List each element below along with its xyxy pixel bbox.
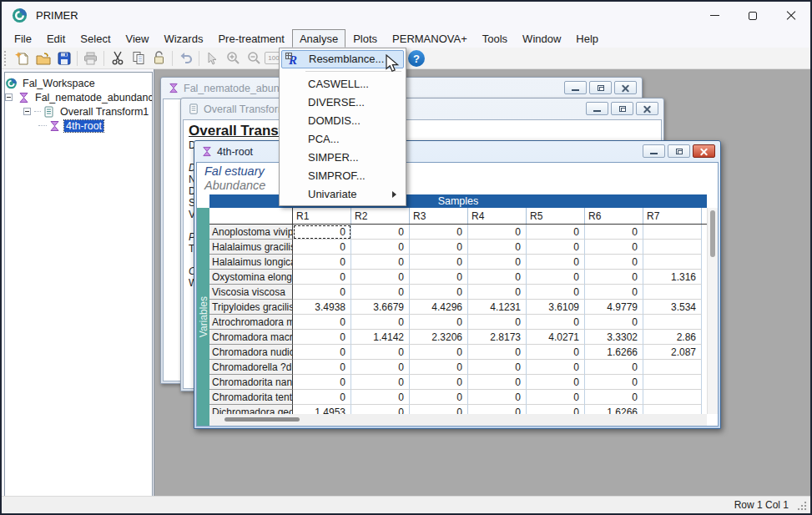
- species-name-cell[interactable]: Chromadora nudica: [209, 345, 293, 360]
- toolbar-grip[interactable]: [4, 51, 8, 66]
- species-header-cell[interactable]: [209, 208, 293, 224]
- data-cell[interactable]: 0: [293, 285, 351, 300]
- species-name-cell[interactable]: Anoplostoma vivipa: [209, 225, 293, 240]
- data-cell[interactable]: 0: [293, 255, 351, 270]
- data-cell[interactable]: 0: [410, 240, 468, 255]
- data-cell[interactable]: 0: [351, 375, 410, 390]
- species-name-cell[interactable]: Dichromadora geo: [209, 405, 293, 414]
- data-cell[interactable]: 0: [351, 255, 410, 270]
- menu-option[interactable]: SIMPER...: [281, 149, 404, 167]
- species-name-cell[interactable]: Tripyloides gracilis: [209, 300, 293, 315]
- menu-item[interactable]: PERMANOVA+: [385, 29, 475, 48]
- menu-item[interactable]: Pre-treatment: [210, 29, 291, 48]
- data-cell[interactable]: 0: [527, 390, 585, 405]
- minimize-button[interactable]: [695, 2, 734, 29]
- data-cell[interactable]: 4.9779: [585, 300, 643, 315]
- data-cell[interactable]: 0: [351, 225, 410, 240]
- column-header-cell[interactable]: R5: [527, 208, 585, 224]
- data-cell[interactable]: [643, 405, 702, 414]
- data-cell[interactable]: 0: [585, 360, 643, 375]
- data-cell[interactable]: 0: [293, 390, 351, 405]
- data-cell[interactable]: 0: [585, 225, 643, 240]
- data-cell[interactable]: 0: [410, 285, 468, 300]
- data-cell[interactable]: 0: [468, 225, 527, 240]
- collapse-icon[interactable]: [23, 108, 31, 115]
- print-icon[interactable]: [80, 49, 101, 68]
- data-cell[interactable]: 0: [468, 315, 527, 330]
- cut-icon[interactable]: [107, 49, 128, 68]
- data-cell[interactable]: 0: [585, 390, 643, 405]
- column-header-cell[interactable]: R1: [293, 208, 351, 224]
- new-icon[interactable]: [12, 49, 33, 68]
- menu-item[interactable]: File: [7, 29, 39, 48]
- data-cell[interactable]: 0: [585, 315, 643, 330]
- data-cell[interactable]: 0: [527, 405, 585, 414]
- data-cell[interactable]: 0: [351, 240, 410, 255]
- horizontal-scrollbar[interactable]: [209, 414, 707, 426]
- species-name-cell[interactable]: Oxystomina elongat: [209, 270, 293, 285]
- menu-item[interactable]: Help: [568, 29, 606, 48]
- menu-item[interactable]: Analyse: [292, 29, 345, 48]
- close-button[interactable]: [693, 144, 715, 158]
- menu-item[interactable]: Window: [515, 29, 568, 48]
- menu-item[interactable]: Select: [73, 29, 118, 48]
- data-cell[interactable]: 0: [468, 240, 527, 255]
- column-header-cell[interactable]: R7: [643, 208, 702, 224]
- species-name-cell[interactable]: Chromadorita nana: [209, 375, 293, 390]
- data-cell[interactable]: 3.3302: [585, 330, 643, 345]
- data-cell[interactable]: 0: [527, 270, 585, 285]
- data-cell[interactable]: 0: [293, 225, 351, 240]
- data-cell[interactable]: [643, 225, 702, 240]
- data-cell[interactable]: [643, 390, 702, 405]
- data-cell[interactable]: 0: [410, 315, 468, 330]
- data-cell[interactable]: [643, 255, 702, 270]
- data-cell[interactable]: 1.4953: [293, 405, 351, 414]
- menu-item[interactable]: Wizards: [156, 29, 210, 48]
- window-titlebar[interactable]: Overall Transform1: [183, 98, 662, 119]
- data-cell[interactable]: 0: [527, 255, 585, 270]
- data-cell[interactable]: 0: [468, 390, 527, 405]
- resize-grip[interactable]: [797, 501, 807, 511]
- data-cell[interactable]: 0: [468, 360, 527, 375]
- data-cell[interactable]: 4.0271: [527, 330, 585, 345]
- data-cell[interactable]: 0: [527, 375, 585, 390]
- menu-item[interactable]: Plots: [345, 29, 385, 48]
- data-cell[interactable]: 0: [585, 240, 643, 255]
- zoom-in-icon[interactable]: [223, 49, 244, 68]
- data-cell[interactable]: 0: [351, 405, 410, 414]
- data-cell[interactable]: 3.6109: [527, 300, 585, 315]
- data-cell[interactable]: 0: [410, 255, 468, 270]
- data-cell[interactable]: 4.1231: [468, 300, 527, 315]
- data-cell[interactable]: 0: [293, 375, 351, 390]
- data-cell[interactable]: 0: [293, 270, 351, 285]
- data-cell[interactable]: 0: [293, 240, 351, 255]
- data-cell[interactable]: 0: [410, 405, 468, 414]
- scrollbar-thumb[interactable]: [710, 210, 715, 257]
- data-cell[interactable]: 0: [585, 270, 643, 285]
- data-cell[interactable]: 0: [410, 360, 468, 375]
- menu-item[interactable]: View: [119, 29, 157, 48]
- data-cell[interactable]: 0: [410, 345, 468, 360]
- data-cell[interactable]: 0: [293, 330, 351, 345]
- titlebar[interactable]: PRIMER: [2, 2, 810, 29]
- close-button[interactable]: [614, 81, 637, 94]
- data-cell[interactable]: 0: [351, 315, 410, 330]
- data-cell[interactable]: 0: [468, 375, 527, 390]
- data-cell[interactable]: 4.4296: [410, 300, 468, 315]
- column-header-cell[interactable]: R6: [585, 208, 643, 224]
- data-cell[interactable]: 0: [351, 390, 410, 405]
- data-cell[interactable]: 0: [410, 390, 468, 405]
- data-cell[interactable]: [643, 285, 702, 300]
- scrollbar-thumb[interactable]: [224, 417, 300, 422]
- help-icon[interactable]: ?: [408, 50, 425, 67]
- restore-button[interactable]: [589, 81, 612, 94]
- species-name-cell[interactable]: Chromadora macro: [209, 330, 293, 345]
- data-cell[interactable]: 0: [410, 375, 468, 390]
- menu-item[interactable]: Tools: [475, 29, 515, 48]
- data-cell[interactable]: 1.6266: [585, 345, 643, 360]
- data-cell[interactable]: 2.3206: [410, 330, 468, 345]
- data-cell[interactable]: 0: [527, 315, 585, 330]
- column-header-cell[interactable]: R2: [351, 208, 410, 224]
- data-cell[interactable]: 1.4142: [351, 330, 410, 345]
- tree-item-workspace[interactable]: Fal_Workspace: [5, 76, 152, 90]
